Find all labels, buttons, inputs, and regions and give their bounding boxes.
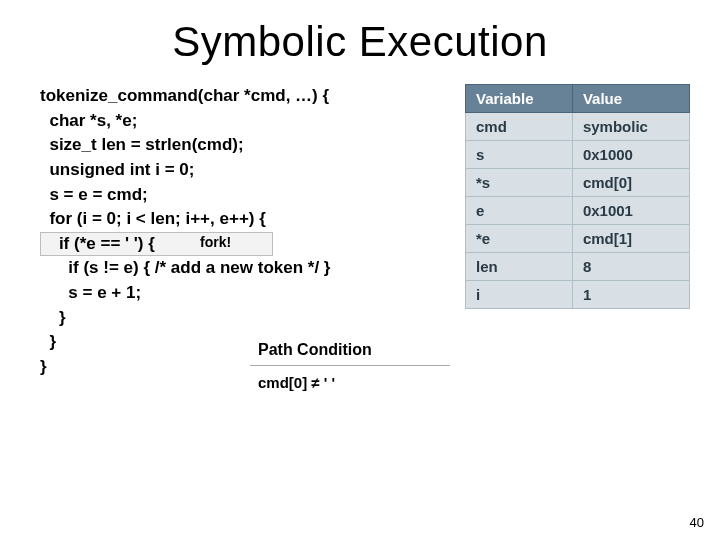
path-condition-header: Path Condition — [250, 334, 450, 366]
path-condition-body: cmd[0] ≠ ' ' — [250, 366, 450, 400]
code-highlighted-line: if (*e == ' ') { fork! — [40, 232, 273, 257]
col-value: Value — [572, 85, 689, 113]
state-panel: Variable Value cmd symbolic s 0x1000 *s … — [465, 84, 690, 400]
table-row: *e cmd[1] — [466, 225, 690, 253]
table-row: len 8 — [466, 253, 690, 281]
cell-var: s — [466, 141, 573, 169]
cell-var: cmd — [466, 113, 573, 141]
col-variable: Variable — [466, 85, 573, 113]
code-line: unsigned int i = 0; — [40, 158, 455, 183]
code-line: char *s, *e; — [40, 109, 455, 134]
cell-var: len — [466, 253, 573, 281]
state-table: Variable Value cmd symbolic s 0x1000 *s … — [465, 84, 690, 309]
table-row: s 0x1000 — [466, 141, 690, 169]
cell-val: cmd[1] — [572, 225, 689, 253]
code-line: s = e = cmd; — [40, 183, 455, 208]
code-line: if (s != e) { /* add a new token */ } — [40, 256, 455, 281]
cell-var: *s — [466, 169, 573, 197]
content-row: tokenize_command(char *cmd, …) { char *s… — [0, 84, 720, 400]
code-line: if (*e == ' ') { — [40, 234, 273, 253]
cell-val: symbolic — [572, 113, 689, 141]
fork-label: fork! — [200, 232, 231, 252]
cell-var: i — [466, 281, 573, 309]
table-row: *s cmd[0] — [466, 169, 690, 197]
code-block: tokenize_command(char *cmd, …) { char *s… — [40, 84, 455, 400]
cell-var: e — [466, 197, 573, 225]
slide-title: Symbolic Execution — [0, 0, 720, 84]
cell-val: 0x1001 — [572, 197, 689, 225]
cell-val: 1 — [572, 281, 689, 309]
cell-var: *e — [466, 225, 573, 253]
cell-val: 8 — [572, 253, 689, 281]
code-line: tokenize_command(char *cmd, …) { — [40, 84, 455, 109]
cell-val: 0x1000 — [572, 141, 689, 169]
cell-val: cmd[0] — [572, 169, 689, 197]
table-row: i 1 — [466, 281, 690, 309]
table-header-row: Variable Value — [466, 85, 690, 113]
code-line: s = e + 1; — [40, 281, 455, 306]
table-row: e 0x1001 — [466, 197, 690, 225]
path-condition-block: Path Condition cmd[0] ≠ ' ' — [250, 334, 450, 400]
page-number: 40 — [690, 515, 704, 530]
code-line: size_t len = strlen(cmd); — [40, 133, 455, 158]
code-line: for (i = 0; i < len; i++, e++) { — [40, 207, 455, 232]
table-row: cmd symbolic — [466, 113, 690, 141]
code-line: } — [40, 306, 455, 331]
